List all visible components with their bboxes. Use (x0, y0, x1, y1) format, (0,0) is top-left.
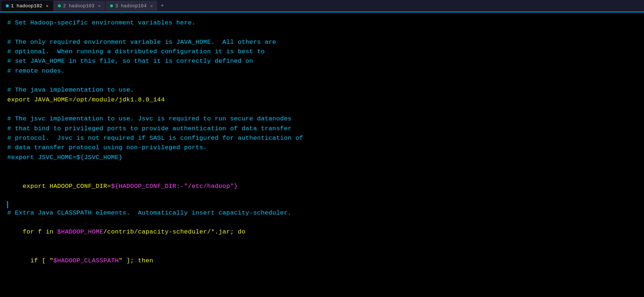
code-line-9: export JAVA_HOME=/opt/module/jdk1.8.0_14… (7, 95, 637, 105)
tab-hadoop103[interactable]: 2 hadoop103 ✕ (54, 1, 105, 11)
code-line-10 (7, 105, 637, 114)
export-hadoop-conf-magenta: ${HADOOP_CONF_DIR:-"/etc/hadoop"} (111, 183, 238, 190)
export-hadoop-conf-yellow: export HADOOP_CONF_DIR= (23, 183, 111, 190)
code-line-8: # The java implementation to use. (7, 85, 637, 95)
code-line-12: # that bind to privileged ports to provi… (7, 124, 637, 134)
code-line-11: # The jsvc implementation to use. Jsvc i… (7, 114, 637, 124)
code-line-15: #export JSVC_HOME=${JSVC_HOME} (7, 153, 637, 162)
hadoop-home-magenta: $HADOOP_HOME (57, 228, 104, 235)
code-line-21: if [ "$HADOOP_CLASSPATH" ]; then (7, 247, 637, 275)
code-line-4: # optional. When running a distributed c… (7, 47, 637, 57)
tab-bar: 1 hadoop102 ✕ 2 hadoop103 ✕ 3 hadoop104 … (0, 0, 644, 12)
for-f-in-yellow: for f in (23, 228, 57, 235)
code-line-19: # Extra Java CLASSPATH elements. Automat… (7, 208, 637, 218)
code-line-13: # protocol. Jsvc is not required if SASL… (7, 134, 637, 143)
tab-dot-2 (58, 4, 61, 7)
code-line-1: # Set Hadoop-specific environment variab… (7, 18, 637, 28)
code-line-6: # remote nodes. (7, 66, 637, 76)
editor-area: # Set Hadoop-specific environment variab… (0, 12, 644, 297)
tab-dot-3 (110, 4, 113, 7)
hadoop-classpath-magenta: $HADOOP_CLASSPATH (54, 257, 119, 264)
code-line-2 (7, 28, 637, 37)
if-yellow: if [ " (23, 257, 53, 264)
code-line-7 (7, 76, 637, 85)
code-line-3: # The only required environment variable… (7, 38, 637, 47)
tab-label-2: 2 hadoop103 (63, 3, 94, 9)
code-line-20: for f in $HADOOP_HOME/contrib/capacity-s… (7, 218, 637, 247)
tab-hadoop104[interactable]: 3 hadoop104 ✕ (106, 1, 157, 11)
tab-label-3: 3 hadoop104 (115, 3, 147, 9)
code-line-17: export HADOOP_CONF_DIR=${HADOOP_CONF_DIR… (7, 172, 637, 201)
code-line-14: # data transfer protocol using non-privi… (7, 143, 637, 153)
close-icon-2[interactable]: ✕ (98, 3, 101, 9)
close-icon-1[interactable]: ✕ (46, 3, 48, 9)
close-icon-3[interactable]: ✕ (150, 3, 153, 9)
code-line-16 (7, 162, 637, 172)
tab-dot-1 (6, 4, 9, 7)
contrib-path-yellow: /contrib/capacity-scheduler/*.jar; do (104, 228, 246, 235)
code-line-5: # set JAVA_HOME in this file, so that it… (7, 57, 637, 66)
tab-hadoop102[interactable]: 1 hadoop102 ✕ (1, 1, 53, 11)
code-line-18 (7, 201, 637, 208)
tab-label-1: 1 hadoop102 (11, 3, 42, 9)
if-end-yellow: " ]; then (119, 257, 153, 264)
text-cursor (7, 201, 8, 208)
tab-add-button[interactable]: + (158, 1, 167, 10)
